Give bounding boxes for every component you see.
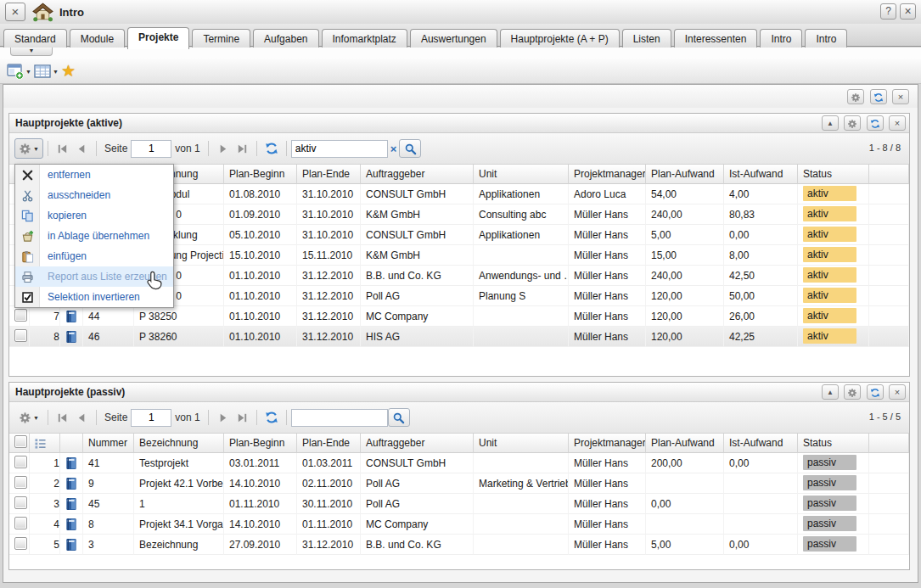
favorites-star-button[interactable]: ★ [59,62,77,81]
table-row[interactable]: 345101.11.201030.11.2010Poll AGMüller Ha… [9,494,909,514]
column-header-projektmanager[interactable]: Projektmanager [569,165,646,184]
tab-listen[interactable]: Listen [622,29,671,49]
tab-termine[interactable]: Termine [192,29,250,49]
cell-nummer: 44 [83,306,134,327]
row-checkbox[interactable] [14,496,27,509]
clear-search-button[interactable]: × [390,143,397,155]
tab-intro-10[interactable]: Intro [760,29,802,49]
refresh-button[interactable] [867,384,884,400]
tab-auswertungen[interactable]: Auswertungen [410,29,497,49]
row-checkbox[interactable] [14,537,27,550]
search-input[interactable] [291,409,388,427]
next-page-button[interactable] [213,407,233,428]
prev-page-button[interactable] [72,138,92,159]
column-header-projektmanager[interactable]: Projektmanager [569,434,646,453]
table-view-button[interactable]: ▼ [32,62,60,81]
column-header-auftraggeber[interactable]: Auftraggeber [361,165,474,184]
select-all-checkbox[interactable] [14,435,27,448]
table-icon [34,64,51,79]
status-badge: aktiv [803,308,856,323]
search-button[interactable] [399,139,421,158]
column-header-unit[interactable]: Unit [474,165,569,184]
cell-nummer: 8 [83,514,134,535]
column-header-plan-ende[interactable]: Plan-Ende [297,434,361,453]
row-checkbox[interactable] [14,456,27,468]
tab-module[interactable]: Module [70,29,125,49]
grid-menu-button[interactable]: ▼ [14,407,43,428]
column-header-bezeichnung[interactable]: Bezeichnung [134,434,224,453]
row-checkbox[interactable] [14,329,27,342]
settings-gear-button[interactable] [844,384,861,400]
column-header-plan-aufwand[interactable]: Plan-Aufwand [646,434,724,453]
column-header-auftraggeber[interactable]: Auftraggeber [361,434,474,453]
refresh-button[interactable] [870,89,887,104]
grid-menu-button[interactable]: ▼ [14,138,43,159]
column-header-nummer[interactable]: Nummer [83,434,134,453]
column-header-status[interactable]: Status [798,165,869,184]
column-header-plan-beginn[interactable]: Plan-Beginn [224,434,297,453]
row-checkbox[interactable] [14,309,27,322]
first-page-button[interactable] [53,407,72,428]
column-header-ist-aufwand[interactable]: Ist-Aufwand [724,165,798,184]
tab-infomarktplatz[interactable]: Infomarktplatz [322,29,407,49]
column-header-plan-beginn[interactable]: Plan-Beginn [224,165,297,184]
table-row[interactable]: 744P 3825001.10.201031.12.2010MC Company… [9,306,909,327]
tab-hauptprojekte-a-p[interactable]: Hauptprojekte (A + P) [500,29,620,49]
cell-unit: Applikationen [474,225,569,245]
cell-type-icon [60,306,83,327]
home-button[interactable] [31,2,53,22]
search-input[interactable] [291,140,388,158]
last-page-button[interactable] [233,407,252,428]
close-window-button[interactable]: × [900,3,916,20]
page-input[interactable] [131,140,171,158]
menu-item-kopieren[interactable]: kopieren [15,205,173,226]
tab-standard[interactable]: Standard [3,29,67,49]
menu-item-ausschneiden[interactable]: ausschneiden [15,185,173,205]
collapse-toolbar-handle[interactable]: ▼ [10,48,53,56]
close-panel-button[interactable]: × [889,384,906,400]
menu-item-einfuegen[interactable]: einfügen [15,246,173,266]
help-button[interactable]: ? [880,3,896,20]
column-header-status[interactable]: Status [798,434,869,453]
menu-item-entfernen[interactable]: entfernen [15,165,173,185]
collapse-panel-button[interactable]: ▲ [822,115,839,131]
cell-plan-aufwand: 120,00 [646,306,724,327]
last-page-button[interactable] [233,138,252,159]
close-view-button[interactable]: × [5,3,25,21]
tab-interessenten[interactable]: Interessenten [674,29,758,49]
page-input[interactable] [131,409,171,427]
column-header-ist-aufwand[interactable]: Ist-Aufwand [724,434,798,453]
table-row[interactable]: 141Testprojekt03.01.201101.03.2011CONSUL… [9,453,909,473]
refresh-button[interactable] [261,407,282,428]
column-header-unit[interactable]: Unit [474,434,569,453]
collapse-panel-button[interactable]: ▲ [822,384,839,400]
tab-projekte[interactable]: Projekte [127,27,189,49]
search-button[interactable] [388,408,410,427]
refresh-button[interactable] [261,138,282,159]
cell-plan-aufwand: 5,00 [646,225,724,245]
first-page-button[interactable] [53,138,72,159]
table-row[interactable]: 48Projekt 34.1 Vorga…14.10.201001.11.201… [9,514,909,535]
close-button[interactable]: × [892,89,909,104]
refresh-button[interactable] [867,115,884,131]
close-panel-button[interactable]: × [889,115,906,131]
next-page-button[interactable] [213,138,233,159]
table-header-row: NummerBezeichnungPlan-BeginnPlan-EndeAuf… [9,434,909,453]
column-header-plan-ende[interactable]: Plan-Ende [297,165,361,184]
cell-unit [474,494,569,514]
menu-item-in-ablage-uebernehmen[interactable]: in Ablage übernehmen [15,226,173,246]
table-row[interactable]: 53Bezeichnung27.09.201031.12.2010B.B. un… [9,535,909,555]
column-header-row-number[interactable] [30,434,60,453]
tab-aufgaben[interactable]: Aufgaben [253,29,318,49]
prev-page-button[interactable] [72,407,92,428]
column-header-plan-aufwand[interactable]: Plan-Aufwand [646,165,724,184]
settings-gear-button[interactable] [847,89,864,104]
table-row[interactable]: 846P 3826001.10.201031.12.2010HIS AGMüll… [9,327,909,347]
table-row[interactable]: 29Projekt 42.1 Vorbe…14.10.201002.11.201… [9,473,909,494]
tab-intro-11[interactable]: Intro [805,29,847,49]
row-checkbox[interactable] [14,476,27,489]
tab-bar: StandardModuleProjekteTermineAufgabenInf… [0,24,921,47]
settings-gear-button[interactable] [844,115,861,131]
row-checkbox[interactable] [14,517,27,529]
new-view-button[interactable]: ▼ [5,62,33,81]
